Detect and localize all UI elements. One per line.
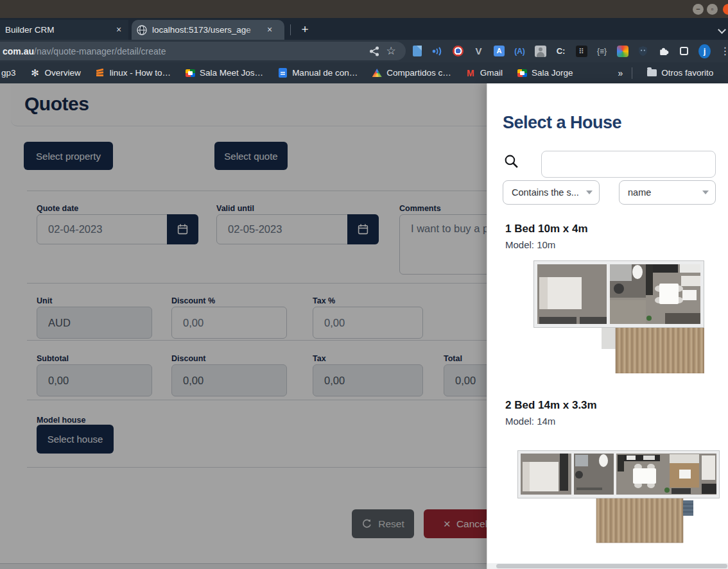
shield-icon[interactable]: [637, 45, 649, 57]
chevron-down-icon: [702, 191, 709, 194]
floorplan-image-1bed[interactable]: [533, 260, 704, 373]
bookmark-gmail[interactable]: MGmail: [465, 68, 503, 78]
bookmark-linux-how-to[interactable]: linux - How to…: [95, 68, 171, 78]
bookmarks-overflow-chevron[interactable]: »: [618, 68, 623, 78]
globe-icon: [137, 25, 147, 35]
share-icon[interactable]: [366, 43, 383, 60]
tab-close-icon[interactable]: ×: [264, 24, 275, 36]
c-drive-icon[interactable]: C:: [555, 45, 567, 57]
modal-backdrop: [0, 83, 487, 569]
url-text: com.au/nav/quote-manager/detail/create: [3, 46, 366, 56]
house-name: 2 Bed 14m x 3.3m: [505, 399, 597, 412]
address-bar[interactable]: com.au/nav/quote-manager/detail/create ☆: [0, 42, 406, 60]
bookmark-gp3[interactable]: gp3: [1, 68, 16, 78]
profile-avatar[interactable]: j: [698, 45, 711, 57]
browser-window: − ▫ Builder CRM × localhost:5173/users_a…: [0, 0, 728, 569]
select-house-drawer: Select a House Contains the s... name 1 …: [487, 83, 728, 569]
tab-list-chevron-icon[interactable]: [719, 26, 725, 32]
openai-icon: ✻: [30, 68, 40, 78]
bookmark-star-icon[interactable]: ☆: [383, 43, 399, 60]
house-model: Model: 10m: [505, 239, 555, 250]
gmail-icon: M: [465, 68, 476, 78]
filter-mode-select[interactable]: Contains the s...: [503, 180, 600, 205]
url-domain: com.au: [3, 46, 34, 56]
url-path: /nav/quote-manager/detail/create: [34, 46, 166, 56]
tab-title: Builder CRM: [5, 25, 109, 35]
new-tab-button[interactable]: +: [297, 21, 313, 38]
tab-close-icon[interactable]: ×: [113, 24, 125, 36]
house-model: Model: 14m: [505, 416, 555, 427]
bookmark-sala-jorge[interactable]: Sala Jorge: [517, 68, 573, 78]
reading-list-icon[interactable]: [411, 45, 423, 57]
bookmark-otros-favoritos[interactable]: Otros favorito: [646, 68, 713, 78]
drawer-title: Select a House: [503, 113, 621, 133]
bookmark-manual[interactable]: Manual de con…: [277, 68, 358, 78]
drive-icon: [372, 68, 382, 78]
split-screen-icon[interactable]: [678, 45, 690, 57]
docs-icon: [277, 68, 288, 78]
window-titlebar: − ▫: [0, 0, 728, 18]
house-search-input[interactable]: [541, 151, 716, 178]
house-name: 1 Bed 10m x 4m: [505, 223, 588, 235]
target-circle-icon[interactable]: [452, 45, 464, 57]
extensions-row: V A (A) C: ⠿ {≡} j ⋮: [411, 42, 728, 60]
sort-field-select[interactable]: name: [619, 180, 716, 205]
stackoverflow-icon: [95, 68, 105, 78]
browser-menu-icon[interactable]: ⋮: [719, 45, 728, 57]
window-minimize-button[interactable]: −: [693, 4, 704, 15]
meet-icon: [185, 68, 195, 78]
translate-icon[interactable]: A: [493, 45, 505, 57]
folder-icon: [646, 68, 657, 78]
chevron-down-icon: [586, 191, 593, 194]
tab-strip: Builder CRM × localhost:5173/users_age ×…: [0, 18, 728, 40]
tab-title: localhost:5173/users_age: [152, 25, 260, 35]
extensions-puzzle-icon[interactable]: [657, 45, 670, 57]
scrollbar-thumb[interactable]: [496, 564, 727, 568]
bookmark-compartidos[interactable]: Compartidos c…: [372, 68, 451, 78]
paren-a-icon[interactable]: (A): [514, 45, 526, 57]
bookmarks-divider: [632, 67, 632, 79]
search-icon: [503, 153, 519, 169]
browser-toolbar: com.au/nav/quote-manager/detail/create ☆…: [0, 40, 728, 62]
horizontal-scrollbar[interactable]: [487, 563, 728, 569]
page-content: Quotes Select property Select quote Quot…: [0, 83, 728, 569]
read-aloud-icon[interactable]: [431, 45, 444, 57]
window-maximize-button[interactable]: ▫: [707, 4, 718, 15]
profile-person-icon[interactable]: [534, 45, 546, 57]
tab-separator: [290, 24, 291, 35]
colorful-extension-icon[interactable]: [616, 45, 628, 57]
v-extension-icon[interactable]: V: [472, 45, 485, 57]
bookmark-overview[interactable]: ✻Overview: [30, 68, 81, 78]
tab-localhost[interactable]: localhost:5173/users_age ×: [132, 20, 284, 40]
braces-extension-icon[interactable]: {≡}: [596, 45, 608, 57]
window-close-button[interactable]: [723, 4, 728, 15]
bookmark-sala-meet[interactable]: Sala Meet Jos…: [185, 68, 263, 78]
tab-builder-crm[interactable]: Builder CRM ×: [0, 20, 128, 40]
grid-extension-icon[interactable]: ⠿: [575, 45, 587, 57]
bookmarks-bar: gp3 ✻Overview linux - How to… Sala Meet …: [0, 62, 728, 83]
meet-icon: [517, 68, 527, 78]
floorplan-image-2bed[interactable]: [517, 450, 720, 547]
